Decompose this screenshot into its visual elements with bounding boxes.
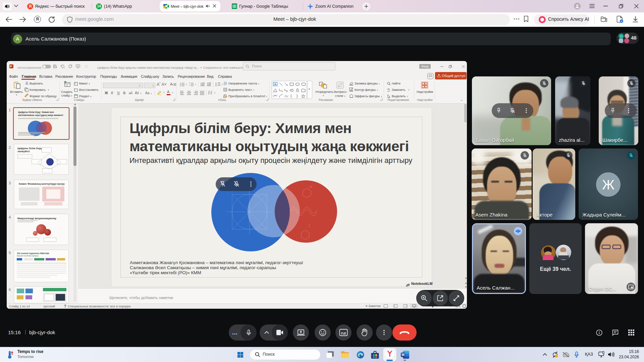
svg-text:b: b [388,88,390,90]
svg-text:W: W [401,353,405,357]
svg-text:c: c [387,90,388,92]
